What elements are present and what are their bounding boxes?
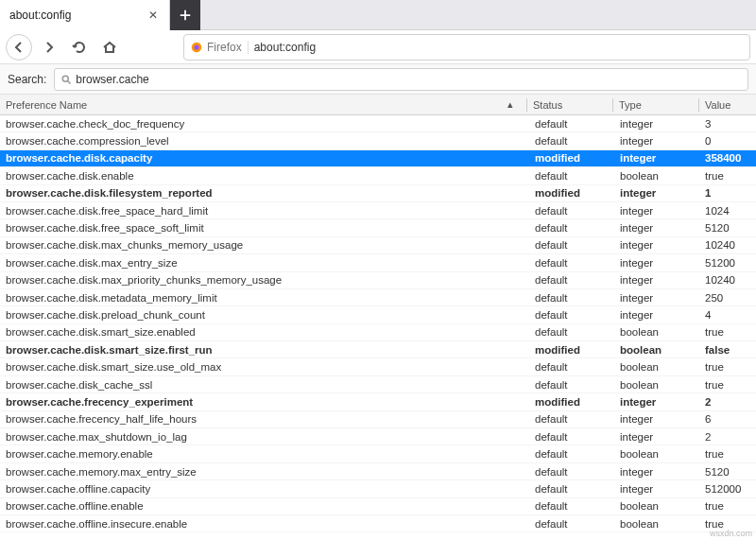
col-header-value[interactable]: Value: [699, 99, 756, 111]
pref-name: browser.cache.offline.insecure.enable: [0, 518, 529, 530]
table-row[interactable]: browser.cache.disk.smart_size.enableddef…: [0, 324, 756, 341]
url-bar[interactable]: Firefox: [183, 34, 750, 61]
table-row[interactable]: browser.cache.memory.enabledefaultboolea…: [0, 445, 756, 462]
pref-name: browser.cache.disk.preload_chunk_count: [0, 309, 529, 321]
table-row[interactable]: browser.cache.disk.max_entry_sizedefault…: [0, 254, 756, 271]
pref-type: boolean: [614, 344, 699, 356]
search-icon: [60, 74, 72, 85]
identity-box[interactable]: Firefox: [190, 41, 249, 54]
table-row[interactable]: browser.cache.max_shutdown_io_lagdefault…: [0, 428, 756, 445]
pref-name: browser.cache.disk.enable: [0, 170, 529, 182]
col-header-type[interactable]: Type: [613, 99, 698, 111]
table-row[interactable]: browser.cache.disk_cache_ssldefaultboole…: [0, 376, 756, 393]
pref-type: integer: [614, 222, 699, 234]
table-row[interactable]: browser.cache.disk.free_space_hard_limit…: [0, 202, 756, 219]
pref-type: boolean: [614, 361, 699, 373]
prefs-table: Preference Name ▴ Status Type Value brow…: [0, 95, 756, 532]
pref-type: boolean: [614, 518, 699, 530]
pref-type: integer: [614, 396, 699, 408]
pref-status: default: [529, 118, 614, 130]
table-row[interactable]: browser.cache.disk.free_space_soft_limit…: [0, 219, 756, 236]
pref-status: default: [529, 518, 614, 530]
pref-value: true: [699, 170, 756, 182]
pref-status: default: [529, 222, 614, 234]
pref-name: browser.cache.compression_level: [0, 135, 529, 147]
pref-type: boolean: [614, 326, 699, 338]
pref-status: default: [529, 239, 614, 251]
pref-name: browser.cache.max_shutdown_io_lag: [0, 431, 529, 443]
new-tab-button[interactable]: [170, 0, 200, 30]
table-row[interactable]: browser.cache.disk.max_chunks_memory_usa…: [0, 237, 756, 254]
table-row[interactable]: browser.cache.disk.max_priority_chunks_m…: [0, 272, 756, 289]
home-button[interactable]: [96, 34, 123, 61]
pref-name: browser.cache.disk.max_chunks_memory_usa…: [0, 239, 529, 251]
pref-status: default: [529, 205, 614, 217]
pref-value: 51200: [699, 257, 756, 269]
pref-name: browser.cache.disk.max_entry_size: [0, 257, 529, 269]
watermark: wsxdn.com: [710, 529, 752, 538]
pref-value: 512000: [699, 483, 756, 495]
table-row[interactable]: browser.cache.memory.max_entry_sizedefau…: [0, 463, 756, 480]
pref-value: 1024: [699, 205, 756, 217]
table-row[interactable]: browser.cache.offline.insecure.enabledef…: [0, 515, 756, 532]
sort-asc-icon: ▴: [507, 98, 513, 111]
pref-name: browser.cache.memory.max_entry_size: [0, 466, 529, 478]
close-icon[interactable]: ✕: [146, 9, 160, 22]
pref-status: modified: [529, 187, 614, 199]
table-row[interactable]: browser.cache.frecency_experimentmodifie…: [0, 393, 756, 410]
pref-value: 3: [699, 118, 756, 130]
table-row[interactable]: browser.cache.compression_leveldefaultin…: [0, 132, 756, 149]
pref-value: 10240: [699, 274, 756, 286]
col-header-name[interactable]: Preference Name ▴: [0, 98, 526, 111]
col-header-status[interactable]: Status: [527, 99, 612, 111]
pref-type: integer: [614, 239, 699, 251]
pref-name: browser.cache.frecency_experiment: [0, 396, 529, 408]
pref-name: browser.cache.disk.smart_size.first_run: [0, 344, 529, 356]
pref-status: default: [529, 379, 614, 391]
pref-value: 2: [699, 396, 756, 408]
table-row[interactable]: browser.cache.disk.smart_size.first_runm…: [0, 341, 756, 358]
table-row[interactable]: browser.cache.disk.metadata_memory_limit…: [0, 289, 756, 306]
pref-value: 5120: [699, 222, 756, 234]
pref-status: default: [529, 500, 614, 512]
pref-type: integer: [614, 292, 699, 304]
pref-type: boolean: [614, 170, 699, 182]
browser-tab[interactable]: about:config ✕: [0, 0, 170, 30]
back-button[interactable]: [6, 34, 32, 61]
svg-point-2: [63, 76, 69, 81]
table-row[interactable]: browser.cache.disk.preload_chunk_countde…: [0, 306, 756, 323]
search-input[interactable]: [76, 73, 742, 86]
pref-value: false: [699, 344, 756, 356]
pref-type: integer: [614, 118, 699, 130]
pref-value: true: [699, 448, 756, 460]
tabs-bar: about:config ✕: [0, 0, 756, 30]
table-row[interactable]: browser.cache.offline.capacitydefaultint…: [0, 480, 756, 497]
pref-value: true: [699, 500, 756, 512]
table-row[interactable]: browser.cache.disk.enabledefaultbooleant…: [0, 167, 756, 184]
config-search-bar: Search:: [0, 64, 756, 95]
search-input-wrap[interactable]: [54, 68, 748, 91]
table-row[interactable]: browser.cache.disk.capacitymodifiedinteg…: [0, 150, 756, 167]
pref-status: default: [529, 466, 614, 478]
tab-title: about:config: [9, 9, 146, 22]
table-row[interactable]: browser.cache.check_doc_frequencydefault…: [0, 115, 756, 132]
pref-type: integer: [614, 187, 699, 199]
table-row[interactable]: browser.cache.offline.enabledefaultboole…: [0, 498, 756, 515]
pref-type: integer: [614, 205, 699, 217]
pref-type: boolean: [614, 500, 699, 512]
pref-name: browser.cache.offline.enable: [0, 500, 529, 512]
pref-status: default: [529, 448, 614, 460]
url-input[interactable]: [254, 41, 744, 54]
table-row[interactable]: browser.cache.frecency_half_life_hoursde…: [0, 411, 756, 428]
nav-bar: Firefox: [0, 30, 756, 64]
pref-name: browser.cache.disk.capacity: [0, 152, 529, 164]
forward-button[interactable]: [36, 34, 62, 61]
pref-name: browser.cache.disk_cache_ssl: [0, 379, 529, 391]
pref-status: default: [529, 413, 614, 425]
firefox-icon: [190, 41, 203, 54]
pref-type: integer: [614, 466, 699, 478]
pref-value: true: [699, 326, 756, 338]
table-row[interactable]: browser.cache.disk.smart_size.use_old_ma…: [0, 358, 756, 375]
table-row[interactable]: browser.cache.disk.filesystem_reportedmo…: [0, 185, 756, 202]
reload-button[interactable]: [66, 34, 93, 61]
